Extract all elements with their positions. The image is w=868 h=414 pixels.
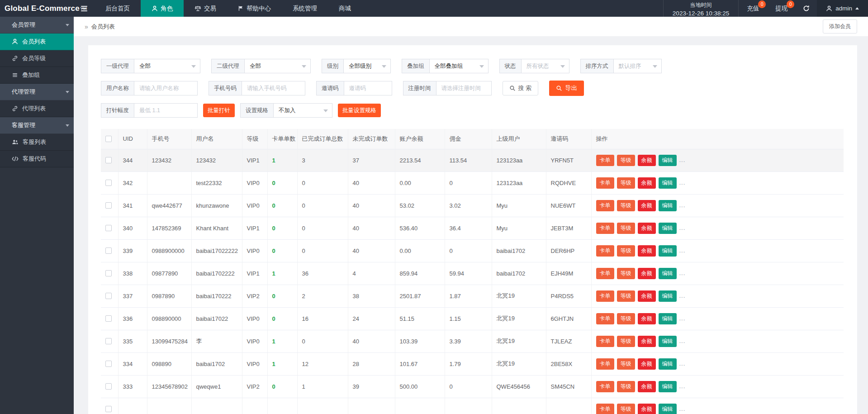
level-button[interactable]: 等级: [617, 336, 635, 347]
sort-select[interactable]: 默认排序: [614, 59, 662, 73]
level-button[interactable]: 等级: [617, 404, 635, 414]
level-button[interactable]: 等级: [617, 268, 635, 279]
level-button[interactable]: 等级: [617, 381, 635, 392]
top-nav-item-3[interactable]: 帮助中心: [227, 0, 282, 17]
more-actions[interactable]: ...: [679, 247, 686, 254]
card-order-button[interactable]: 卡单: [596, 200, 614, 211]
card-order-button[interactable]: 卡单: [596, 177, 614, 189]
level-button[interactable]: 等级: [617, 245, 635, 257]
row-checkbox[interactable]: [105, 406, 112, 412]
more-actions[interactable]: ...: [679, 270, 686, 276]
edit-button[interactable]: 编辑: [659, 268, 677, 279]
sidebar-item-service-management[interactable]: 客服管理: [0, 117, 74, 134]
row-checkbox[interactable]: [105, 315, 112, 322]
edit-button[interactable]: 编辑: [659, 200, 677, 211]
top-nav-item-0[interactable]: 后台首页: [95, 0, 141, 17]
level-button[interactable]: 等级: [617, 223, 635, 234]
more-actions[interactable]: ...: [679, 405, 686, 412]
add-member-button[interactable]: 添加会员: [823, 19, 857, 33]
username-input[interactable]: [134, 81, 198, 95]
balance-button[interactable]: 余额: [638, 177, 656, 189]
edit-button[interactable]: 编辑: [659, 313, 677, 324]
balance-button[interactable]: 余额: [638, 358, 656, 370]
card-order-button[interactable]: 卡单: [596, 223, 614, 234]
level-button[interactable]: 等级: [617, 200, 635, 211]
level-button[interactable]: 等级: [617, 290, 635, 302]
inject-amplitude-input[interactable]: [134, 103, 198, 118]
level-select[interactable]: 全部级别: [344, 59, 391, 73]
search-button[interactable]: 搜 索: [503, 81, 539, 95]
more-actions[interactable]: ...: [679, 179, 686, 186]
edit-button[interactable]: 编辑: [659, 404, 677, 414]
invite-code-input[interactable]: [344, 81, 392, 95]
balance-button[interactable]: 余额: [638, 268, 656, 279]
sidebar-item-service-list[interactable]: 客服列表: [0, 134, 74, 151]
level-button[interactable]: 等级: [617, 177, 635, 189]
row-checkbox[interactable]: [105, 383, 112, 390]
level-button[interactable]: 等级: [617, 155, 635, 166]
row-checkbox[interactable]: [105, 270, 112, 276]
level-button[interactable]: 等级: [617, 313, 635, 324]
balance-button[interactable]: 余额: [638, 336, 656, 347]
more-actions[interactable]: ...: [679, 157, 686, 163]
sidebar-item-stack-group[interactable]: 叠加组: [0, 67, 74, 84]
balance-button[interactable]: 余额: [638, 223, 656, 234]
more-actions[interactable]: ...: [679, 292, 686, 299]
agent-level2-select[interactable]: 全部: [245, 59, 311, 73]
sidebar-item-service-code[interactable]: 客服代码: [0, 151, 74, 167]
phone-input[interactable]: [242, 81, 305, 95]
withdraw-button[interactable]: 提现 0: [767, 0, 796, 17]
card-order-button[interactable]: 卡单: [596, 155, 614, 166]
status-select[interactable]: 所有状态: [522, 59, 569, 73]
level-button[interactable]: 等级: [617, 358, 635, 370]
top-nav-item-5[interactable]: 商城: [328, 0, 362, 17]
balance-button[interactable]: 余额: [638, 404, 656, 414]
top-nav-item-2[interactable]: 交易: [184, 0, 227, 17]
balance-button[interactable]: 余额: [638, 313, 656, 324]
card-order-button[interactable]: 卡单: [596, 358, 614, 370]
batch-spec-button[interactable]: 批量设置规格: [338, 104, 381, 117]
balance-button[interactable]: 余额: [638, 381, 656, 392]
register-time-input[interactable]: [436, 81, 492, 95]
more-actions[interactable]: ...: [679, 202, 686, 209]
more-actions[interactable]: ...: [679, 224, 686, 231]
more-actions[interactable]: ...: [679, 383, 686, 390]
balance-button[interactable]: 余额: [638, 200, 656, 211]
edit-button[interactable]: 编辑: [659, 155, 677, 166]
sidebar-item-member-management[interactable]: 会员管理: [0, 17, 74, 33]
row-checkbox[interactable]: [105, 338, 112, 344]
edit-button[interactable]: 编辑: [659, 177, 677, 189]
more-actions[interactable]: ...: [679, 315, 686, 322]
edit-button[interactable]: 编辑: [659, 336, 677, 347]
card-order-button[interactable]: 卡单: [596, 381, 614, 392]
batch-inject-button[interactable]: 批量打针: [203, 104, 235, 117]
sidebar-item-agent-list[interactable]: 代理列表: [0, 100, 74, 117]
row-checkbox[interactable]: [105, 247, 112, 254]
agent-level1-select[interactable]: 全部: [134, 59, 200, 73]
card-order-button[interactable]: 卡单: [596, 290, 614, 302]
card-order-button[interactable]: 卡单: [596, 313, 614, 324]
stack-group-select[interactable]: 全部叠加组: [430, 59, 489, 73]
edit-button[interactable]: 编辑: [659, 290, 677, 302]
row-checkbox[interactable]: [105, 202, 112, 209]
export-button[interactable]: 导出: [549, 81, 584, 96]
row-checkbox[interactable]: [105, 180, 112, 186]
edit-button[interactable]: 编辑: [659, 381, 677, 392]
sidebar-item-member-list[interactable]: 会员列表: [0, 33, 74, 50]
row-checkbox[interactable]: [105, 293, 112, 299]
row-checkbox[interactable]: [105, 157, 112, 163]
select-all-checkbox[interactable]: [105, 136, 112, 142]
admin-menu[interactable]: admin: [817, 0, 868, 17]
more-actions[interactable]: ...: [679, 360, 686, 367]
row-checkbox[interactable]: [105, 361, 112, 367]
row-checkbox[interactable]: [105, 225, 112, 231]
sidebar-item-member-level[interactable]: 会员等级: [0, 50, 74, 67]
spec-select[interactable]: 不加入: [274, 103, 332, 118]
recharge-button[interactable]: 充值 0: [739, 0, 767, 17]
edit-button[interactable]: 编辑: [659, 245, 677, 257]
menu-toggle-icon[interactable]: [74, 0, 95, 17]
balance-button[interactable]: 余额: [638, 155, 656, 166]
balance-button[interactable]: 余额: [638, 245, 656, 257]
balance-button[interactable]: 余额: [638, 290, 656, 302]
card-order-button[interactable]: 卡单: [596, 404, 614, 414]
